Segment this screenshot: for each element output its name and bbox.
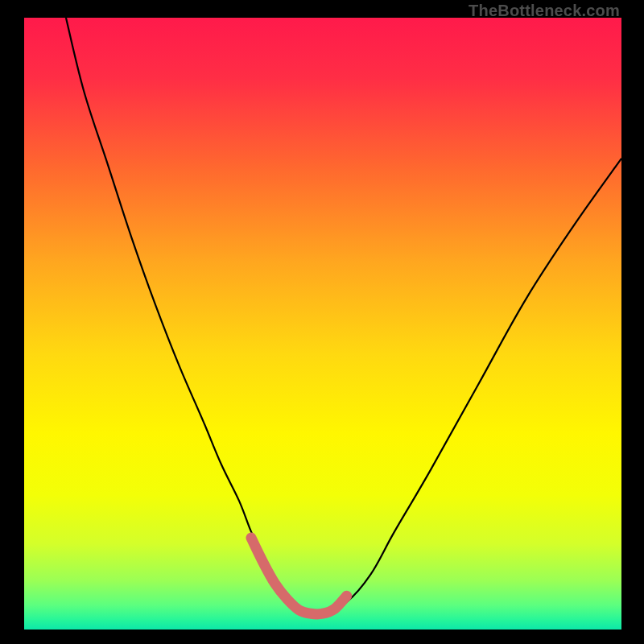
plot-background	[24, 18, 621, 630]
chart-frame: TheBottleneck.com	[0, 0, 644, 644]
bottleneck-chart	[24, 18, 621, 630]
